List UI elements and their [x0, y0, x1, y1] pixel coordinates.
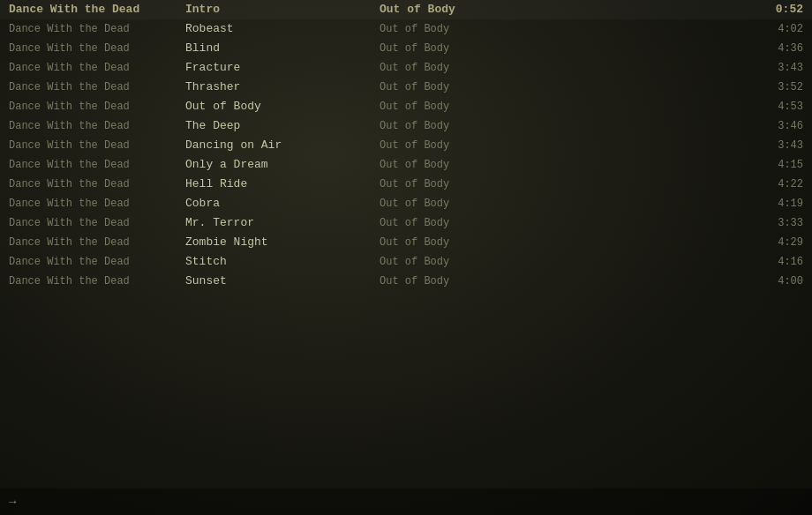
track-duration: 4:16 [750, 254, 803, 270]
track-artist: Dance With the Dead [9, 118, 185, 134]
track-duration: 4:53 [750, 99, 803, 115]
track-title: Mr. Terror [185, 215, 380, 231]
track-title: Stitch [185, 254, 380, 270]
track-duration: 4:00 [750, 273, 803, 289]
table-row[interactable]: Dance With the DeadBlindOut of Body4:36 [0, 39, 812, 58]
header-duration: 0:52 [750, 2, 803, 18]
table-row[interactable]: Dance With the DeadThrasherOut of Body3:… [0, 78, 812, 97]
track-artist: Dance With the Dead [9, 254, 185, 270]
track-title: Thrasher [185, 79, 380, 95]
table-row[interactable]: Dance With the DeadFractureOut of Body3:… [0, 58, 812, 78]
track-album: Out of Body [380, 21, 750, 37]
track-album: Out of Body [380, 273, 750, 289]
table-row[interactable]: Dance With the DeadHell RideOut of Body4… [0, 175, 812, 194]
track-duration: 4:15 [750, 157, 803, 173]
track-album: Out of Body [380, 60, 750, 76]
track-album: Out of Body [380, 196, 750, 212]
track-artist: Dance With the Dead [9, 196, 185, 212]
track-duration: 4:22 [750, 176, 803, 192]
track-duration: 4:02 [750, 21, 803, 37]
track-album: Out of Body [380, 79, 750, 95]
header-album: Out of Body [380, 2, 750, 18]
table-row[interactable]: Dance With the DeadOnly a DreamOut of Bo… [0, 155, 812, 175]
track-album: Out of Body [380, 235, 750, 250]
track-artist: Dance With the Dead [9, 21, 185, 37]
track-artist: Dance With the Dead [9, 41, 185, 56]
table-row[interactable]: Dance With the DeadStitchOut of Body4:16 [0, 252, 812, 272]
track-title: Zombie Night [185, 235, 380, 250]
track-list: Dance With the DeadIntroOut of Body0:52D… [0, 0, 812, 291]
track-duration: 3:46 [750, 118, 803, 134]
track-title: The Deep [185, 118, 380, 134]
track-artist: Dance With the Dead [9, 60, 185, 76]
track-album: Out of Body [380, 176, 750, 192]
track-title: Robeast [185, 21, 380, 37]
table-row[interactable]: Dance With the DeadOut of BodyOut of Bod… [0, 97, 812, 116]
bottom-bar: → [0, 489, 812, 515]
table-row[interactable]: Dance With the DeadRobeastOut of Body4:0… [0, 19, 812, 39]
arrow-icon: → [9, 495, 16, 509]
track-duration: 3:43 [750, 138, 803, 153]
track-title: Sunset [185, 273, 380, 289]
track-album: Out of Body [380, 118, 750, 134]
track-title: Fracture [185, 60, 380, 76]
track-artist: Dance With the Dead [9, 235, 185, 250]
track-artist: Dance With the Dead [9, 215, 185, 231]
track-duration: 3:33 [750, 215, 803, 231]
table-row[interactable]: Dance With the DeadDancing on AirOut of … [0, 136, 812, 155]
track-title: Out of Body [185, 99, 380, 115]
table-row[interactable]: Dance With the DeadMr. TerrorOut of Body… [0, 213, 812, 233]
track-title: Blind [185, 41, 380, 56]
track-duration: 4:36 [750, 41, 803, 56]
header-title: Intro [185, 2, 380, 18]
track-album: Out of Body [380, 99, 750, 115]
track-duration: 3:52 [750, 79, 803, 95]
track-duration: 4:19 [750, 196, 803, 212]
track-artist: Dance With the Dead [9, 176, 185, 192]
track-album: Out of Body [380, 41, 750, 56]
table-row[interactable]: Dance With the DeadCobraOut of Body4:19 [0, 194, 812, 213]
track-title: Dancing on Air [185, 138, 380, 153]
track-duration: 4:29 [750, 235, 803, 250]
track-artist: Dance With the Dead [9, 157, 185, 173]
header-artist: Dance With the Dead [9, 2, 185, 18]
table-row[interactable]: Dance With the DeadZombie NightOut of Bo… [0, 233, 812, 252]
track-artist: Dance With the Dead [9, 79, 185, 95]
track-artist: Dance With the Dead [9, 99, 185, 115]
track-title: Only a Dream [185, 157, 380, 173]
table-row[interactable]: Dance With the DeadSunsetOut of Body4:00 [0, 272, 812, 291]
track-duration: 3:43 [750, 60, 803, 76]
track-title: Cobra [185, 196, 380, 212]
track-artist: Dance With the Dead [9, 273, 185, 289]
track-title: Hell Ride [185, 176, 380, 192]
track-header-row: Dance With the DeadIntroOut of Body0:52 [0, 0, 812, 19]
track-album: Out of Body [380, 157, 750, 173]
table-row[interactable]: Dance With the DeadThe DeepOut of Body3:… [0, 116, 812, 136]
track-album: Out of Body [380, 215, 750, 231]
track-album: Out of Body [380, 254, 750, 270]
track-artist: Dance With the Dead [9, 138, 185, 153]
track-album: Out of Body [380, 138, 750, 153]
